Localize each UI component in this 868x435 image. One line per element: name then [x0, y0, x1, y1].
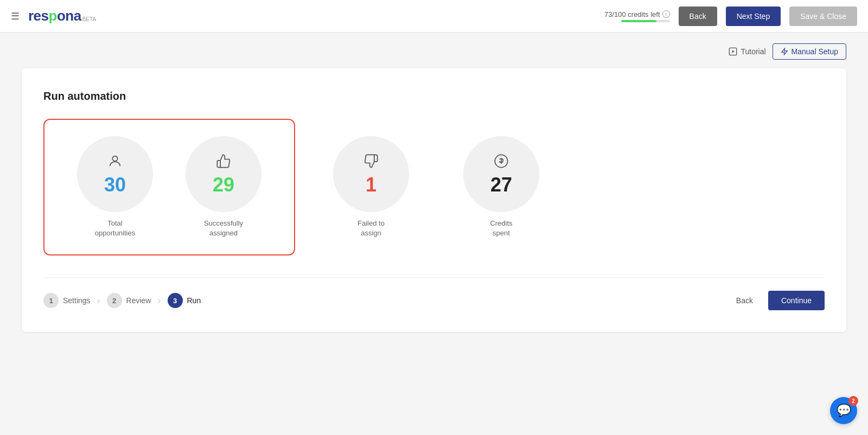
- stat-credits-spent: 27 Creditsspent: [447, 131, 556, 244]
- stat-number-credits: 27: [490, 175, 512, 195]
- credits-info: 73/100 credits left i: [604, 10, 670, 22]
- save-close-button[interactable]: Save & Close: [789, 7, 857, 26]
- stat-successfully-assigned: 29 Successfullyassigned: [169, 131, 278, 244]
- stat-number-total: 30: [104, 175, 126, 195]
- svg-marker-2: [781, 48, 787, 55]
- dollar-icon: [494, 153, 509, 172]
- step-circle-2: 2: [107, 293, 122, 308]
- stat-failed-assign: 1 Failed toassign: [317, 131, 425, 244]
- steps: 1 Settings › 2 Review › 3 Run: [43, 293, 201, 308]
- thumbs-up-icon: [216, 153, 231, 172]
- step-arrow-2: ›: [158, 295, 161, 306]
- tutorial-button[interactable]: Tutorial: [729, 47, 765, 56]
- card-footer: 1 Settings › 2 Review › 3 Run Back Conti: [43, 277, 825, 310]
- play-icon: [729, 47, 737, 56]
- action-bar: Tutorial Manual Setup: [22, 43, 846, 60]
- step-settings: 1 Settings: [43, 293, 91, 308]
- chat-bubble[interactable]: 💬 2: [830, 397, 857, 424]
- logo: respona BETA: [28, 8, 96, 24]
- lightning-icon: [781, 48, 788, 55]
- stat-circle-success: 29: [186, 136, 261, 212]
- logo-text: respona: [28, 8, 81, 24]
- credits-bar-fill: [621, 20, 657, 22]
- back-button[interactable]: Back: [679, 7, 717, 26]
- person-icon: [107, 153, 123, 172]
- step-label-settings: Settings: [63, 296, 91, 305]
- next-step-button[interactable]: Next Step: [726, 7, 781, 26]
- thumbs-down-icon: [363, 153, 379, 172]
- step-label-run: Run: [187, 296, 201, 305]
- stat-circle-total: 30: [77, 136, 153, 212]
- stat-circle-credits: 27: [463, 136, 539, 212]
- footer-continue-button[interactable]: Continue: [768, 291, 825, 310]
- stat-label-failed: Failed toassign: [358, 219, 385, 238]
- step-review: 2 Review: [107, 293, 151, 308]
- stats-highlight-box: 30 Totalopportunities 29: [43, 119, 295, 255]
- menu-icon[interactable]: ☰: [11, 10, 20, 22]
- stats-row: 30 Totalopportunities 29: [43, 119, 825, 255]
- step-circle-3: 3: [168, 293, 183, 308]
- credits-bar: [621, 20, 670, 22]
- chat-badge: 2: [848, 396, 858, 406]
- chat-icon: 💬: [837, 404, 851, 418]
- footer-buttons: Back Continue: [727, 291, 825, 310]
- stat-label-total: Totalopportunities: [95, 219, 135, 238]
- stat-number-failed: 1: [366, 175, 376, 195]
- stat-number-success: 29: [213, 175, 234, 195]
- stat-total-opportunities: 30 Totalopportunities: [61, 131, 169, 244]
- card-title: Run automation: [43, 90, 825, 103]
- footer-back-button[interactable]: Back: [727, 291, 762, 310]
- svg-point-3: [112, 156, 117, 161]
- header: ☰ respona BETA 73/100 credits left i Bac…: [0, 0, 868, 33]
- stat-circle-failed: 1: [333, 136, 409, 212]
- header-right: 73/100 credits left i Back Next Step Sav…: [604, 7, 857, 26]
- stat-label-success: Successfullyassigned: [204, 219, 243, 238]
- stat-label-credits: Creditsspent: [490, 219, 512, 238]
- main-content: Tutorial Manual Setup Run automation: [0, 33, 868, 435]
- logo-beta: BETA: [82, 16, 96, 22]
- svg-marker-1: [732, 50, 735, 53]
- info-icon: i: [662, 10, 670, 18]
- card: Run automation 30 Tota: [22, 68, 846, 332]
- step-arrow-1: ›: [97, 295, 100, 306]
- step-circle-1: 1: [43, 293, 59, 308]
- credits-text: 73/100 credits left: [604, 10, 660, 18]
- step-run: 3 Run: [168, 293, 201, 308]
- step-label-review: Review: [126, 296, 151, 305]
- manual-setup-button[interactable]: Manual Setup: [773, 43, 846, 60]
